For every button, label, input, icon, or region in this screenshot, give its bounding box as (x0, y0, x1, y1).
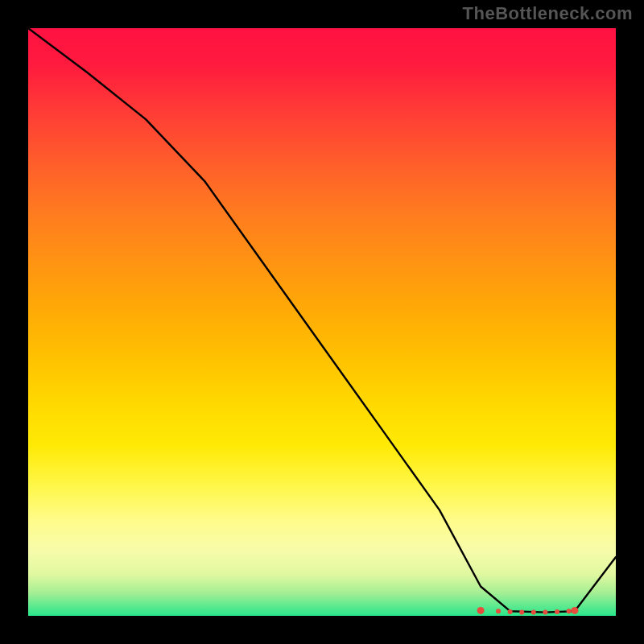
watermark-text: TheBottleneck.com (463, 3, 633, 24)
marker-dot (571, 607, 578, 614)
marker-dot (508, 609, 513, 614)
marker-dot (477, 607, 485, 614)
marker-dot (555, 609, 559, 614)
chart-svg (28, 28, 616, 616)
marker-dot (519, 610, 524, 615)
chart-frame: TheBottleneck.com (0, 0, 644, 644)
marker-dot (567, 609, 572, 613)
marker-dot (531, 610, 536, 615)
marker-dot (543, 610, 547, 615)
bottleneck-curve (28, 28, 616, 613)
plot-area (28, 28, 616, 616)
marker-dot (496, 609, 501, 613)
